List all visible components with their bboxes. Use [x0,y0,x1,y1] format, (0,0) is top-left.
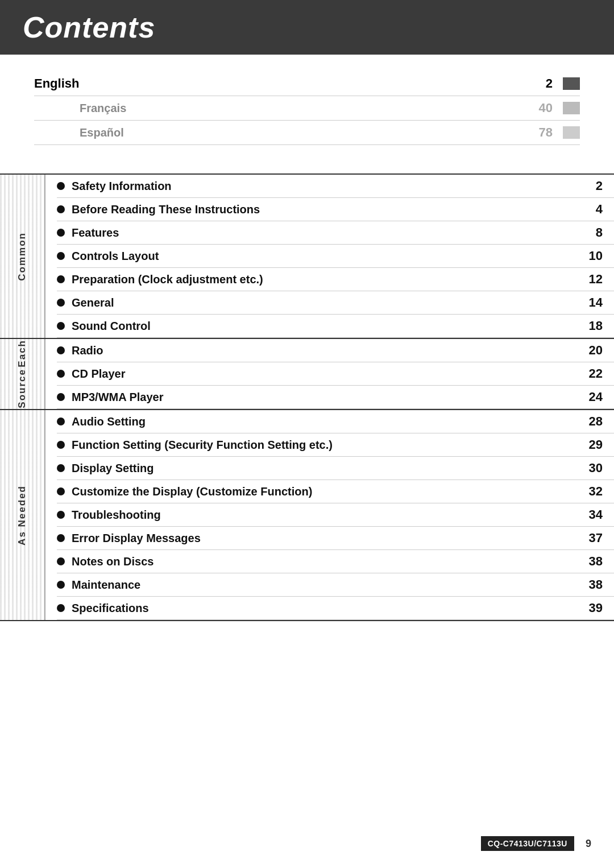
toc-row: MP3/WMA Player24 [57,386,614,409]
toc-title: Notes on Discs [72,555,580,568]
toc-row: Maintenance38 [57,573,614,597]
toc-row: Notes on Discs38 [57,550,614,573]
toc-page: 10 [580,249,603,263]
toc-page: 39 [580,601,603,615]
toc-bullet-icon [57,229,65,237]
toc-row: General14 [57,291,614,315]
toc-title: Safety Information [72,180,580,193]
toc-page: 29 [580,437,603,452]
footer: CQ-C7413U/C7113U 9 [481,836,591,851]
lang-bar [563,77,580,90]
section-block-0: CommonSafety Information2Before Reading … [0,173,614,338]
toc-title: Sound Control [72,320,580,333]
toc-row: Preparation (Clock adjustment etc.)12 [57,268,614,291]
toc-row: Sound Control18 [57,315,614,338]
toc-title: Preparation (Clock adjustment etc.) [72,273,580,286]
page-header: Contents [0,0,614,55]
toc-title: Before Reading These Instructions [72,203,580,216]
toc-row: Audio Setting28 [57,410,614,433]
lang-row-espanol: Español78 [34,121,580,145]
toc-row: Troubleshooting34 [57,503,614,527]
toc-bullet-icon [57,418,65,425]
section-items: Audio Setting28Function Setting (Securit… [45,410,614,620]
lang-row-francais: Français40 [34,96,580,121]
toc-title: Function Setting (Security Function Sett… [72,439,580,452]
lang-page: 78 [524,125,558,140]
toc-bullet-icon [57,252,65,260]
toc-title: Audio Setting [72,415,580,428]
toc-bullet-icon [57,393,65,401]
page-title: Contents [23,10,591,44]
toc-page: 32 [580,484,603,499]
lang-page: 2 [524,76,558,91]
lang-name: English [34,76,524,91]
toc-bullet-icon [57,581,65,589]
toc-bullet-icon [57,604,65,612]
model-badge: CQ-C7413U/C7113U [481,836,574,851]
toc-row: Radio20 [57,339,614,362]
toc-row: Error Display Messages37 [57,527,614,550]
toc-bullet-icon [57,370,65,378]
toc-row: Features8 [57,221,614,245]
section-label-col: Common [0,175,45,338]
toc-bullet-icon [57,322,65,330]
toc-title: Display Setting [72,462,580,475]
lang-bar [563,126,580,139]
toc-page: 4 [580,202,603,217]
toc-page: 28 [580,414,603,429]
toc-page: 14 [580,295,603,310]
section-items: Safety Information2Before Reading These … [45,175,614,338]
section-label-text: As Needed [16,485,28,545]
toc-bullet-icon [57,487,65,495]
toc-title: Maintenance [72,578,580,592]
main-content: CommonSafety Information2Before Reading … [0,173,614,655]
section-label-col: As Needed [0,410,45,620]
lang-name: Español [80,126,524,139]
toc-bullet-icon [57,182,65,190]
toc-title: Radio [72,344,580,357]
lang-name: Français [80,102,524,115]
lang-row-english: English2 [34,72,580,96]
language-section: English2Français40Español78 [0,55,614,145]
section-label-text: Common [16,232,28,281]
toc-title: Specifications [72,602,580,615]
toc-row: Specifications39 [57,597,614,620]
toc-page: 30 [580,461,603,476]
lang-page: 40 [524,101,558,115]
section-block-1: EachSourceRadio20CD Player22MP3/WMA Play… [0,338,614,409]
toc-page: 38 [580,577,603,592]
toc-title: Controls Layout [72,250,580,263]
section-items: Radio20CD Player22MP3/WMA Player24 [45,339,614,409]
lang-bar [563,102,580,114]
toc-bullet-icon [57,557,65,565]
toc-row: Safety Information2 [57,175,614,198]
toc-row: Function Setting (Security Function Sett… [57,433,614,457]
toc-bullet-icon [57,441,65,449]
section-label-text: Each [16,340,28,367]
toc-row: Display Setting30 [57,457,614,480]
footer-page: 9 [586,838,591,850]
toc-title: Error Display Messages [72,532,580,545]
toc-bullet-icon [57,511,65,519]
toc-row: Before Reading These Instructions4 [57,198,614,221]
toc-bullet-icon [57,346,65,354]
toc-page: 2 [580,179,603,193]
section-block-2: As NeededAudio Setting28Function Setting… [0,409,614,621]
toc-page: 38 [580,554,603,569]
toc-title: Features [72,226,580,239]
toc-row: CD Player22 [57,362,614,386]
toc-page: 34 [580,507,603,522]
toc-bullet-icon [57,205,65,213]
toc-bullet-icon [57,299,65,307]
toc-title: Customize the Display (Customize Functio… [72,485,580,498]
toc-bullet-icon [57,534,65,542]
toc-row: Customize the Display (Customize Functio… [57,480,614,503]
toc-page: 8 [580,225,603,240]
toc-page: 18 [580,319,603,333]
section-label-col: EachSource [0,339,45,409]
toc-bullet-icon [57,464,65,472]
section-label-text: Source [16,369,28,408]
toc-page: 22 [580,366,603,381]
toc-page: 24 [580,390,603,404]
toc-bullet-icon [57,275,65,283]
